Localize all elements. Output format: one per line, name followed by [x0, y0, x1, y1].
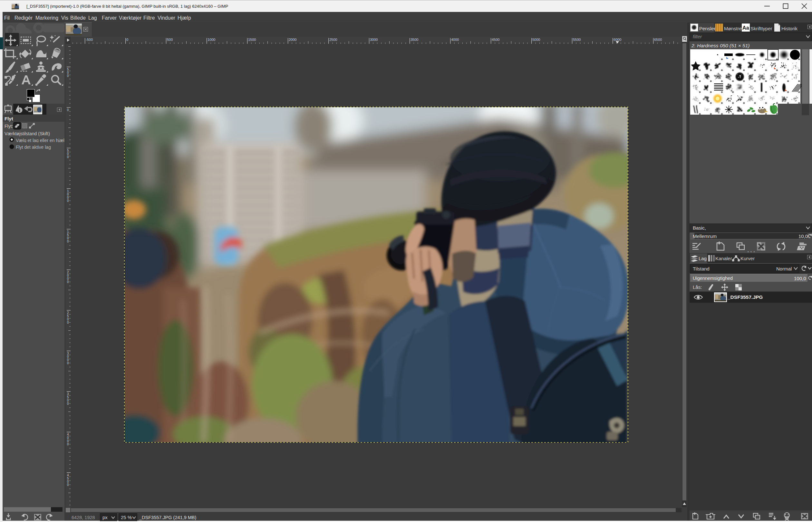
svg-text:0: 0 — [67, 108, 69, 112]
svg-text:0: 0 — [67, 321, 69, 324]
svg-text:0: 0 — [126, 38, 128, 42]
svg-text:5500: 5500 — [573, 38, 581, 42]
svg-text:500: 500 — [167, 38, 173, 42]
svg-text:1500: 1500 — [248, 38, 256, 42]
svg-text:0: 0 — [67, 361, 69, 365]
svg-text:3000: 3000 — [370, 38, 378, 42]
svg-text:0: 0 — [67, 483, 69, 486]
svg-text:4000: 4000 — [451, 38, 459, 42]
svg-text:3500: 3500 — [410, 38, 418, 42]
svg-text:2500: 2500 — [329, 38, 337, 42]
svg-text:6500: 6500 — [654, 38, 662, 42]
svg-text:5000: 5000 — [532, 38, 540, 42]
svg-text:0: 0 — [67, 155, 69, 159]
svg-text:0: 0 — [67, 442, 69, 446]
svg-text:0: 0 — [67, 74, 69, 78]
svg-text:1000: 1000 — [208, 38, 215, 42]
svg-text:-500: -500 — [86, 38, 93, 42]
svg-text:4500: 4500 — [492, 38, 499, 42]
svg-text:0: 0 — [67, 402, 69, 405]
svg-text:6000: 6000 — [614, 38, 621, 42]
svg-text:0: 0 — [67, 280, 69, 284]
svg-text:0: 0 — [67, 240, 69, 243]
svg-text:2000: 2000 — [289, 38, 296, 42]
svg-text:0: 0 — [67, 199, 69, 203]
